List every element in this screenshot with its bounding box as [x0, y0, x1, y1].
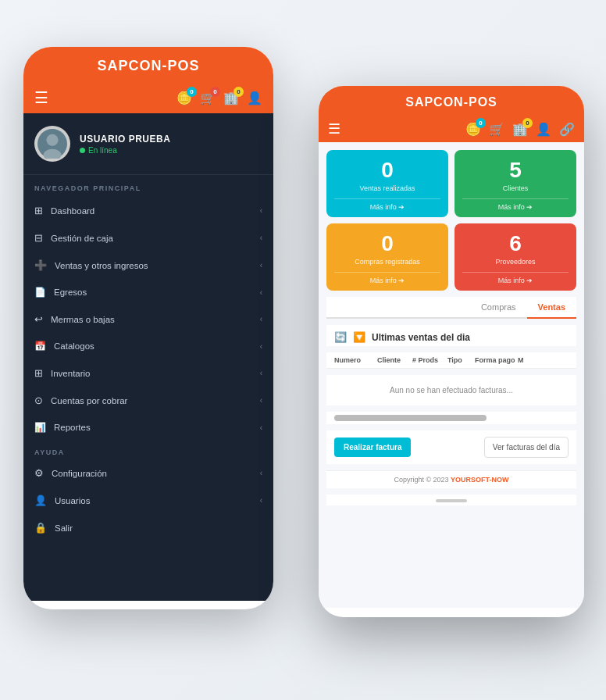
col-prods: # Prods: [412, 356, 447, 364]
chevron-icon: ‹: [260, 396, 262, 405]
empty-message: Aun no se han efectuado facturas...: [326, 375, 576, 405]
stat-label-clientes: Clientes: [503, 184, 529, 192]
tab-ventas[interactable]: Ventas: [527, 297, 576, 319]
stat-more-proveedores: Más info ➔: [462, 272, 569, 284]
progress-bar: [334, 415, 487, 421]
chevron-icon: ‹: [260, 288, 262, 297]
sidebar-item-mermas[interactable]: ↩Mermas o bajas ‹: [23, 305, 273, 333]
refresh-icon[interactable]: 🔄: [334, 331, 347, 343]
chevron-icon: ‹: [260, 206, 262, 215]
stat-card-clientes[interactable]: 5 Clientes Más info ➔: [454, 150, 576, 217]
section-title: Ultimas ventas del dia: [372, 332, 470, 343]
sidebar-item-dashboard[interactable]: ⊞Dashboard ‹: [23, 197, 273, 224]
back-app-title: SAPCON-POS: [23, 58, 273, 74]
sidebar: USUARIO PRUEBA En línea NAVEGADOR PRINCI…: [23, 113, 273, 601]
home-bar: [436, 499, 467, 502]
col-cliente: Cliente: [377, 356, 412, 364]
stat-label-ventas: Ventas realizadas: [359, 184, 415, 192]
tabs-bar: Compras Ventas: [326, 297, 576, 319]
copyright: Copyright © 2023 YOURSOFT-NOW: [326, 470, 576, 488]
filter-icon[interactable]: 🔽: [353, 331, 365, 343]
stat-label-compras: Compras registradas: [355, 258, 420, 266]
front-top-bar-icons: 🪙 0 🛒 🏢 0 👤 🔗: [465, 122, 575, 137]
nav-section-label: NAVEGADOR PRINCIPAL: [23, 175, 273, 197]
chevron-icon: ‹: [260, 469, 262, 477]
phone-front: SAPCON-POS ☰ 🪙 0 🛒 🏢 0 👤 🔗 0: [319, 86, 584, 617]
front-cart-icon: 🛒: [489, 122, 504, 137]
user-info: USUARIO PRUEBA En línea: [80, 134, 170, 155]
tab-compras[interactable]: Compras: [470, 297, 527, 319]
front-building-badge: 0: [522, 118, 533, 128]
col-m: M: [518, 356, 529, 364]
stat-more-ventas: Más info ➔: [334, 198, 440, 211]
chevron-icon: ‹: [260, 261, 262, 270]
front-coins-badge: 0: [476, 118, 486, 128]
svg-point-1: [46, 134, 58, 146]
sidebar-item-usuarios[interactable]: 👤Usuarios ‹: [23, 487, 273, 514]
hamburger-icon[interactable]: ☰: [34, 88, 48, 107]
chevron-icon: ‹: [260, 315, 262, 323]
stat-more-compras: Más info ➔: [334, 272, 440, 284]
coins-icon-badge: 🪙 0: [176, 91, 192, 105]
sidebar-item-cuentas[interactable]: ⊙Cuentas por cobrar ‹: [23, 387, 273, 414]
coins-badge: 0: [187, 87, 197, 97]
front-hamburger-icon[interactable]: ☰: [328, 120, 340, 138]
table-header: Numero Cliente # Prods Tipo Forma pago M: [326, 352, 576, 369]
home-indicator: [326, 495, 576, 505]
front-user-avatar-icon[interactable]: 👤: [536, 122, 551, 137]
help-section-label: AYUDA: [23, 441, 273, 459]
sidebar-item-caja[interactable]: ⊟Gestión de caja ‹: [23, 224, 273, 252]
action-buttons: Realizar factura Ver facturas del día: [326, 430, 576, 464]
chevron-icon: ‹: [260, 423, 262, 432]
front-app-title: SAPCON-POS: [319, 95, 584, 109]
sidebar-item-ventas[interactable]: ➕Ventas y otros ingresos ‹: [23, 252, 273, 279]
front-share-icon[interactable]: 🔗: [559, 122, 575, 137]
building-badge: 0: [233, 87, 244, 97]
col-tipo: Tipo: [447, 356, 475, 364]
cart-badge: 0: [210, 87, 220, 97]
chevron-icon: ‹: [260, 342, 262, 351]
avatar: [34, 126, 70, 162]
sidebar-item-reportes[interactable]: 📊Reportes ‹: [23, 414, 273, 441]
section-header: 🔄 🔽 Ultimas ventas del dia: [326, 325, 576, 346]
progress-bar-container: [326, 412, 576, 424]
stat-value-compras: 0: [381, 233, 394, 255]
stat-value-clientes: 5: [509, 159, 522, 181]
stat-card-proveedores[interactable]: 6 Proveedores Más info ➔: [454, 223, 576, 291]
sidebar-item-salir[interactable]: 🔒Salir: [23, 514, 273, 541]
back-phone-header: SAPCON-POS: [23, 47, 273, 82]
sidebar-item-inventario[interactable]: ⊞Inventario ‹: [23, 359, 273, 387]
stat-card-compras[interactable]: 0 Compras registradas Más info ➔: [326, 223, 448, 291]
user-status: En línea: [80, 146, 170, 155]
cart-icon-badge: 🛒 0: [200, 91, 216, 105]
col-numero: Numero: [334, 356, 377, 364]
view-invoices-button[interactable]: Ver facturas del día: [484, 437, 569, 458]
stat-card-ventas[interactable]: 0 Ventas realizadas Más info ➔: [326, 150, 448, 217]
new-invoice-button[interactable]: Realizar factura: [334, 438, 411, 457]
top-bar-icons: 🪙 0 🛒 0 🏢 0 👤: [176, 91, 262, 105]
front-phone-header: SAPCON-POS: [319, 86, 584, 116]
brand-name: YOURSOFT-NOW: [451, 476, 509, 484]
status-dot: [80, 148, 85, 153]
front-building-icon-badge: 🏢 0: [512, 122, 528, 137]
dashboard-content: 0 Ventas realizadas Más info ➔ 5 Cliente…: [319, 142, 584, 608]
stat-label-proveedores: Proveedores: [495, 258, 535, 266]
chevron-icon: ‹: [260, 234, 262, 242]
sidebar-item-config[interactable]: ⚙Configuración ‹: [23, 459, 273, 487]
user-avatar-icon[interactable]: 👤: [247, 91, 262, 105]
phone-back: SAPCON-POS ☰ 🪙 0 🛒 0 🏢 0 👤: [23, 47, 273, 609]
front-top-bar: ☰ 🪙 0 🛒 🏢 0 👤 🔗: [319, 116, 584, 142]
col-formapago: Forma pago: [475, 356, 518, 364]
user-section: USUARIO PRUEBA En línea: [23, 113, 273, 175]
front-coins-icon-badge: 🪙 0: [465, 122, 481, 137]
stat-value-proveedores: 6: [509, 233, 522, 255]
sidebar-item-catalogos[interactable]: 📅Catalogos ‹: [23, 333, 273, 359]
chevron-icon: ‹: [260, 369, 262, 377]
stat-more-clientes: Más info ➔: [462, 198, 569, 211]
chevron-icon: ‹: [260, 496, 262, 505]
back-top-bar: ☰ 🪙 0 🛒 0 🏢 0 👤: [23, 82, 273, 113]
sidebar-item-egresos[interactable]: 📄Egresos ‹: [23, 279, 273, 305]
stat-value-ventas: 0: [381, 159, 394, 181]
stats-grid: 0 Ventas realizadas Más info ➔ 5 Cliente…: [326, 150, 576, 291]
building-icon-badge: 🏢 0: [223, 91, 239, 105]
